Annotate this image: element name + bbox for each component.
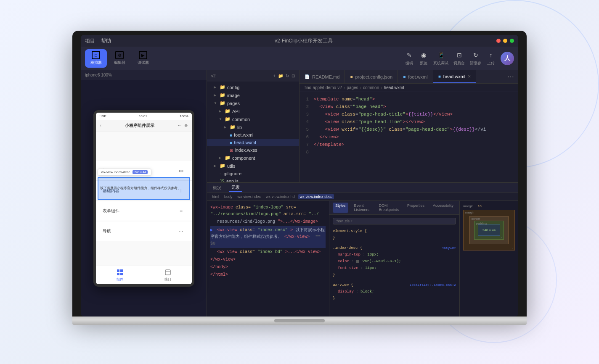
folder-icon: 📁 xyxy=(230,124,236,130)
styles-filter-input[interactable] xyxy=(333,218,456,224)
laptop-screen-outer: 项目 帮助 v2-FinClip小程序开发工具 □ xyxy=(72,31,527,317)
components-icon xyxy=(116,269,124,276)
breadcrumb-common: common xyxy=(363,85,379,90)
file-folder-icon[interactable]: 📁 xyxy=(278,74,283,78)
styles-tab-dom-breakpoints[interactable]: DOM Breakpoints xyxy=(376,203,401,213)
list-item-nav[interactable]: 导航 ··· xyxy=(96,222,192,241)
phone-action-icon[interactable]: ⊕ xyxy=(184,123,188,128)
file-new-icon[interactable]: + xyxy=(273,74,276,78)
html-line-desc: ▶ <wx-view class= "index-desc" > 以下将展示小程… xyxy=(210,226,326,248)
list-label-2: 表单组件 xyxy=(103,208,119,214)
html-line-close-view: </wx-view> xyxy=(210,256,326,263)
padding-bottom-val: - xyxy=(501,235,502,238)
file-collapse-icon[interactable]: ⊟ xyxy=(292,74,295,78)
tree-item-common[interactable]: ▼ 📁 common xyxy=(207,115,299,123)
phone-device: ↑IDE 10:01 100% ‹ 小程序组件展示 ··· xyxy=(93,110,194,287)
css-selector-index-desc: .index-desc { <style> xyxy=(333,245,456,251)
list-icon-0: ▭ xyxy=(178,167,185,174)
bc-wx-view-index-desc[interactable]: wx-view.index-desc xyxy=(298,194,334,199)
css-block-wx-view: wx-view { localfile:/.index.css:2 displa… xyxy=(333,282,456,302)
devtools-tab-console[interactable]: 元素 xyxy=(229,184,242,192)
editor-button[interactable]: ⚙ 编辑器 xyxy=(109,49,130,68)
code-editor[interactable]: 1 <template name="head"> 2 <view class="… xyxy=(300,92,518,182)
line-content: <view class="page-head-title">{{title}}<… xyxy=(312,111,518,118)
file-refresh-icon[interactable]: ↻ xyxy=(286,74,289,78)
tree-item-head-wxml[interactable]: ■ head.wxml xyxy=(207,139,299,146)
code-line-8: 8 xyxy=(300,148,518,156)
devtools-tab-elements[interactable]: 概况 xyxy=(210,184,224,192)
tab-close-icon[interactable]: × xyxy=(468,74,471,79)
tab-foot-wxml[interactable]: ■ foot.wxml xyxy=(398,70,433,83)
styles-content: element.style { } .index-desc { <style> xyxy=(329,226,459,317)
tree-item-config[interactable]: ▶ 📁 config xyxy=(207,83,299,91)
debug-label: 调试器 xyxy=(138,60,149,66)
upload-icon: ↑ xyxy=(486,50,496,60)
line-number: 8 xyxy=(300,148,312,156)
bc-wx-view-index-hd[interactable]: wx-view.index-hd xyxy=(264,194,297,199)
tree-item-foot-wxml[interactable]: ■ foot.wxml xyxy=(207,131,299,139)
code-line-1: 1 <template name="head"> xyxy=(300,95,518,103)
tree-item-component[interactable]: ▶ 📁 component xyxy=(207,154,299,162)
device-debug-label: 真机调试 xyxy=(433,61,448,66)
border-box: border - padding - xyxy=(469,216,509,244)
menu-item-project[interactable]: 项目 xyxy=(85,37,95,45)
styles-tab-accessibility[interactable]: Accessibility xyxy=(430,203,456,213)
action-preview[interactable]: ◉ 预览 xyxy=(419,50,428,66)
devtools-panel: 概况 元素 html body wx-view.index wx-view.in… xyxy=(207,182,518,317)
simulate-button[interactable]: □ 模拟器 xyxy=(85,49,107,68)
tab-readme[interactable]: 📄 README.md xyxy=(300,70,345,83)
action-upload[interactable]: ↑ 上传 xyxy=(486,50,496,66)
arrow-icon: ▼ xyxy=(219,117,223,121)
tree-item-gitignore[interactable]: · .gitignore xyxy=(207,170,299,177)
file-tree-root-label: v2 xyxy=(211,74,216,78)
menu-item-help[interactable]: 帮助 xyxy=(101,37,111,45)
tree-item-index-wxss[interactable]: ⊞ index.wxss xyxy=(207,146,299,154)
bc-html[interactable]: html xyxy=(210,194,221,199)
clear-cache-label: 清缓存 xyxy=(470,61,481,66)
tab-project-config[interactable]: ■ project.config.json xyxy=(345,70,398,83)
tabs-more-button[interactable]: ⋯ xyxy=(503,73,518,81)
clear-cache-icon: ↻ xyxy=(471,50,480,60)
debug-button[interactable]: ▶ 调试器 xyxy=(132,49,154,68)
styles-tab-properties[interactable]: Properties xyxy=(405,203,427,213)
tree-item-pages[interactable]: ▼ 📁 pages xyxy=(207,99,299,107)
styles-tab-listeners[interactable]: Event Listeners xyxy=(352,203,373,213)
tree-label: foot.wxml xyxy=(234,132,253,137)
breadcrumb-sep-2: › xyxy=(360,85,361,90)
action-device-debug[interactable]: 📱 真机调试 xyxy=(433,50,448,66)
phone-nav-interface[interactable]: 接口 xyxy=(164,269,172,282)
html-line-html: </html> xyxy=(210,272,326,278)
device-info: iphone6 100% xyxy=(85,73,112,77)
phone-carrier: ↑IDE xyxy=(99,114,106,118)
arrow-icon: ▶ xyxy=(214,85,218,89)
editor-icon: ⚙ xyxy=(115,51,124,59)
tree-label: lib xyxy=(237,125,242,130)
tab-head-wxml[interactable]: ■ head.wxml × xyxy=(433,70,477,83)
list-item-form[interactable]: 表单组件 ≡ xyxy=(96,201,192,221)
phone-app-title: 小程序组件展示 xyxy=(125,123,154,129)
user-avatar[interactable]: 人 xyxy=(501,52,514,65)
minimize-button[interactable] xyxy=(503,39,507,43)
html-line-index-bd: <wx-view class= "index-bd" >...</wx-view… xyxy=(210,249,326,256)
bc-wx-view-index[interactable]: wx-view.index xyxy=(236,194,263,199)
code-line-4: 4 <view class="page-head-line"></view> xyxy=(300,118,518,126)
maximize-button[interactable] xyxy=(510,39,514,43)
tree-item-utils[interactable]: ▶ 📁 utils xyxy=(207,162,299,170)
styles-tab-styles[interactable]: Styles xyxy=(333,203,348,213)
tree-item-api[interactable]: ▶ 📁 API xyxy=(207,107,299,115)
bc-body[interactable]: body xyxy=(223,194,234,199)
tree-item-app-js[interactable]: JS app.js xyxy=(207,177,299,182)
action-cut-bg[interactable]: ⊡ 切后台 xyxy=(453,50,465,66)
action-clear-cache[interactable]: ↻ 清缓存 xyxy=(470,50,481,66)
action-edit[interactable]: ✎ 编辑 xyxy=(405,50,414,66)
close-button[interactable] xyxy=(496,39,501,43)
phone-nav-components[interactable]: 组件 xyxy=(116,269,124,282)
tree-item-lib[interactable]: ▶ 📁 lib xyxy=(207,123,299,131)
devtools-styles-panel: Styles Event Listeners DOM Breakpoints P… xyxy=(329,201,459,317)
tab-label: head.wxml xyxy=(443,74,466,79)
top-panel: v2 + 📁 ↻ ⊟ xyxy=(207,70,518,182)
phone-menu-icon[interactable]: ··· xyxy=(178,123,181,128)
title-bar: 项目 帮助 v2-FinClip小程序开发工具 xyxy=(81,35,518,47)
tree-item-image[interactable]: ▶ 📁 image xyxy=(207,91,299,99)
folder-icon: 📁 xyxy=(220,100,225,106)
